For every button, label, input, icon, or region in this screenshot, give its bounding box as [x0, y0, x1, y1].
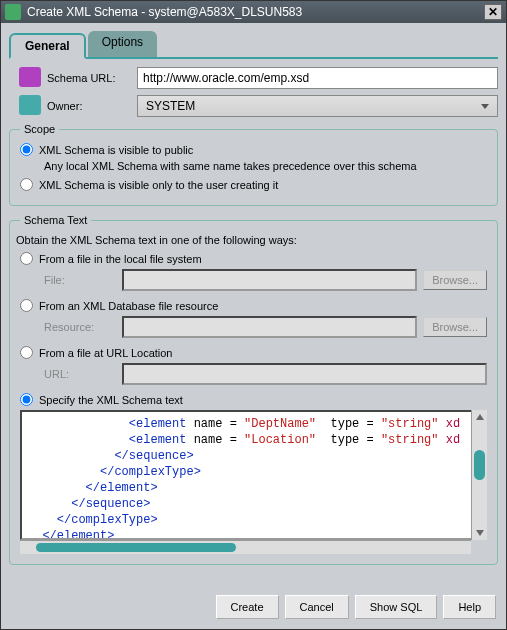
url-input	[122, 363, 487, 385]
from-db-row: From an XML Database file resource	[20, 299, 487, 312]
schema-icon	[13, 67, 47, 89]
horizontal-scrollbar[interactable]	[20, 540, 471, 554]
from-file-radio[interactable]	[20, 252, 33, 265]
specify-label: Specify the XML Schema text	[39, 394, 183, 406]
tabs: General Options	[9, 31, 498, 59]
owner-row: Owner: SYSTEM	[9, 95, 498, 117]
from-db-radio[interactable]	[20, 299, 33, 312]
scope-legend: Scope	[20, 123, 59, 135]
scope-public-radio[interactable]	[20, 143, 33, 156]
code-wrap: <element name = "DeptName" type = "strin…	[20, 410, 487, 554]
hscroll-thumb[interactable]	[36, 543, 236, 552]
specify-radio[interactable]	[20, 393, 33, 406]
app-icon	[5, 4, 21, 20]
content-area: General Options Schema URL: Owner: SYSTE…	[1, 23, 506, 585]
owner-select[interactable]: SYSTEM	[137, 95, 498, 117]
close-button[interactable]: ✕	[484, 4, 502, 20]
create-button[interactable]: Create	[216, 595, 279, 619]
from-file-label: From a file in the local file system	[39, 253, 202, 265]
url-label: URL:	[44, 368, 116, 380]
scope-public-note: Any local XML Schema with same name take…	[44, 160, 487, 172]
from-url-label: From a file at URL Location	[39, 347, 172, 359]
from-db-label: From an XML Database file resource	[39, 300, 218, 312]
url-sub-row: URL:	[44, 363, 487, 385]
from-url-row: From a file at URL Location	[20, 346, 487, 359]
scope-public-row: XML Schema is visible to public	[20, 143, 487, 156]
titlebar: Create XML Schema - system@A583X_DLSUN58…	[1, 1, 506, 23]
schema-text-legend: Schema Text	[20, 214, 91, 226]
from-file-row: From a file in the local file system	[20, 252, 487, 265]
tab-general[interactable]: General	[9, 33, 86, 59]
owner-label: Owner:	[47, 100, 137, 112]
cancel-button[interactable]: Cancel	[285, 595, 349, 619]
scroll-up-icon[interactable]	[472, 410, 487, 424]
code-textarea[interactable]: <element name = "DeptName" type = "strin…	[20, 410, 487, 540]
schema-text-fieldset: Schema Text Obtain the XML Schema text i…	[9, 214, 498, 565]
schema-url-input[interactable]	[137, 67, 498, 89]
scope-private-row: XML Schema is visible only to the user c…	[20, 178, 487, 191]
window-title: Create XML Schema - system@A583X_DLSUN58…	[27, 5, 484, 19]
footer: Create Cancel Show SQL Help	[1, 585, 506, 629]
help-button[interactable]: Help	[443, 595, 496, 619]
scope-fieldset: Scope XML Schema is visible to public An…	[9, 123, 498, 206]
resource-sub-row: Resource: Browse...	[44, 316, 487, 338]
file-sub-row: File: Browse...	[44, 269, 487, 291]
resource-label: Resource:	[44, 321, 116, 333]
chevron-down-icon	[481, 104, 489, 109]
window: Create XML Schema - system@A583X_DLSUN58…	[0, 0, 507, 630]
show-sql-button[interactable]: Show SQL	[355, 595, 438, 619]
schema-text-instruction: Obtain the XML Schema text in one of the…	[16, 234, 487, 246]
schema-url-row: Schema URL:	[9, 67, 498, 89]
scope-private-label: XML Schema is visible only to the user c…	[39, 179, 278, 191]
resource-input	[122, 316, 417, 338]
scroll-down-icon[interactable]	[472, 526, 487, 540]
resource-browse-button: Browse...	[423, 317, 487, 337]
schema-url-label: Schema URL:	[47, 72, 137, 84]
file-label: File:	[44, 274, 116, 286]
tab-options[interactable]: Options	[88, 31, 157, 57]
specify-row: Specify the XML Schema text	[20, 393, 487, 406]
from-url-radio[interactable]	[20, 346, 33, 359]
vscroll-thumb[interactable]	[474, 450, 485, 480]
owner-value: SYSTEM	[146, 99, 195, 113]
owner-icon	[13, 95, 47, 117]
scope-private-radio[interactable]	[20, 178, 33, 191]
file-browse-button: Browse...	[423, 270, 487, 290]
vertical-scrollbar[interactable]	[471, 410, 487, 540]
scope-public-label: XML Schema is visible to public	[39, 144, 193, 156]
file-input	[122, 269, 417, 291]
